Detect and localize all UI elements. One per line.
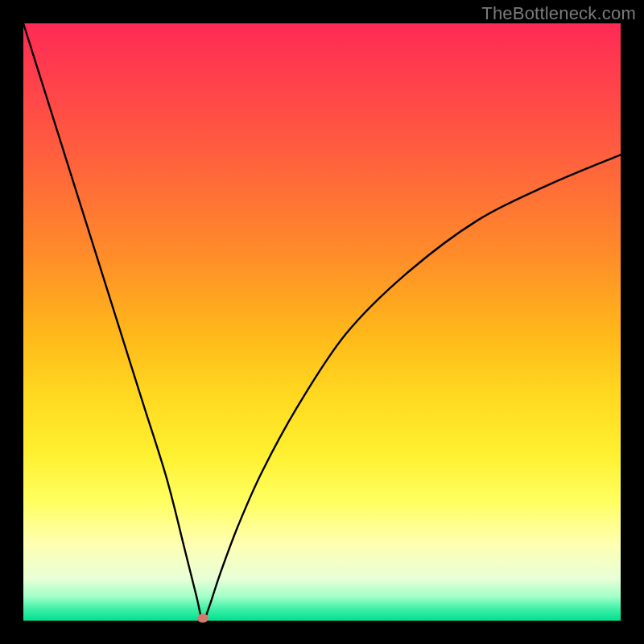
watermark-text: TheBottleneck.com xyxy=(481,3,636,24)
optimal-marker xyxy=(197,614,208,623)
plot-area xyxy=(23,23,621,621)
bottleneck-curve xyxy=(23,23,621,621)
chart-frame: TheBottleneck.com xyxy=(0,0,644,644)
